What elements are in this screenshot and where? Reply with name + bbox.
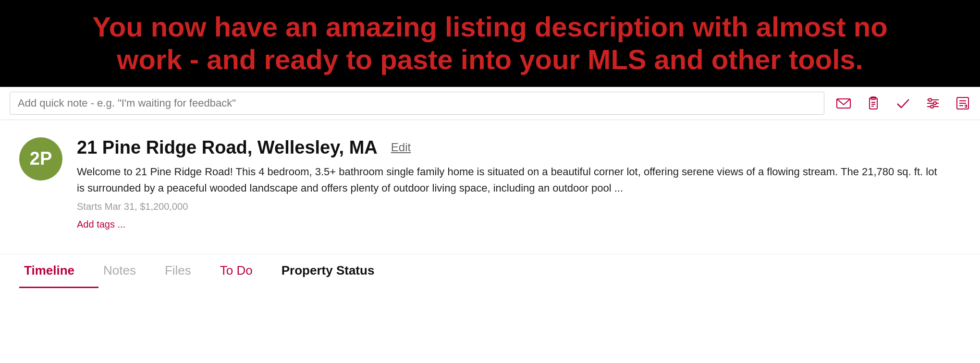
quick-note-input[interactable] — [10, 92, 824, 115]
svg-point-10 — [933, 102, 936, 105]
listing-description: Welcome to 21 Pine Ridge Road! This 4 be… — [77, 164, 942, 196]
quick-note-icons — [836, 96, 970, 111]
listing-meta: Starts Mar 31, $1,200,000 — [77, 201, 961, 212]
listing-address: 21 Pine Ridge Road, Wellesley, MA — [77, 137, 378, 158]
avatar: 2P — [19, 137, 62, 181]
tab-property-status[interactable]: Property Status — [277, 254, 399, 288]
banner: You now have an amazing listing descript… — [0, 0, 980, 87]
svg-point-11 — [931, 105, 933, 108]
banner-text: You now have an amazing listing descript… — [19, 11, 961, 76]
banner-line-1: You now have an amazing listing descript… — [92, 11, 887, 42]
sliders-icon-button[interactable] — [925, 96, 941, 111]
tab-notes[interactable]: Notes — [98, 254, 160, 288]
quick-note-bar — [0, 87, 980, 120]
edit-link[interactable]: Edit — [391, 141, 411, 154]
tab-files[interactable]: Files — [160, 254, 215, 288]
tab-timeline[interactable]: Timeline — [19, 254, 98, 288]
checkmark-icon-button[interactable] — [895, 96, 911, 111]
add-tags-link[interactable]: Add tags ... — [77, 219, 125, 230]
tab-todo[interactable]: To Do — [215, 254, 277, 288]
listing-content: 21 Pine Ridge Road, Wellesley, MA Edit W… — [77, 137, 961, 230]
svg-point-9 — [929, 98, 931, 101]
tabs-bar: Timeline Notes Files To Do Property Stat… — [0, 254, 980, 288]
email-icon-button[interactable] — [836, 96, 851, 111]
clipboard-icon-button[interactable] — [866, 96, 881, 111]
banner-line-2: work - and ready to paste into your MLS … — [117, 44, 863, 75]
edit-icon-button[interactable] — [955, 96, 970, 111]
listing-title-row: 21 Pine Ridge Road, Wellesley, MA Edit — [77, 137, 961, 158]
listing-section: 2P 21 Pine Ridge Road, Wellesley, MA Edi… — [0, 120, 980, 240]
